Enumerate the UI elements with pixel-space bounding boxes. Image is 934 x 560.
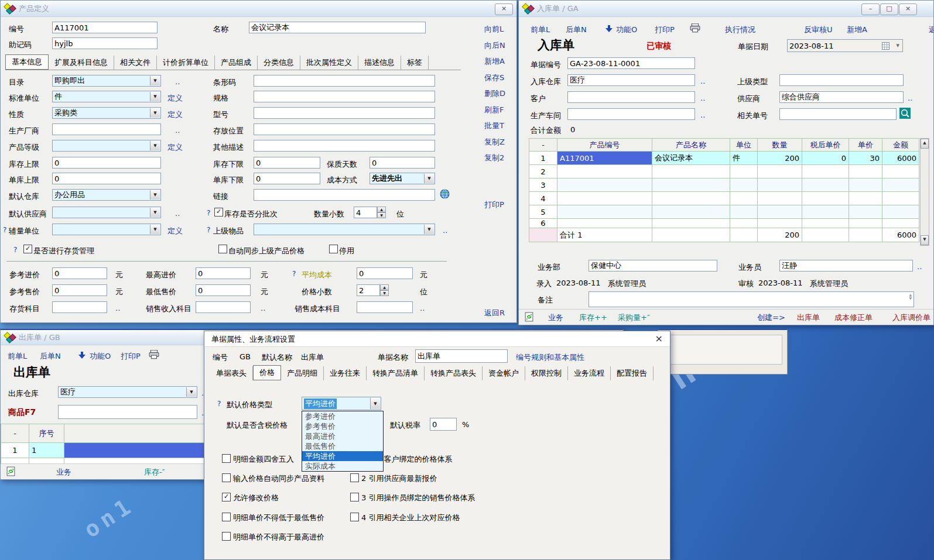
parent-item-combo[interactable]: ▼: [254, 224, 435, 235]
nature-define-link[interactable]: 定义: [167, 109, 183, 120]
cost-subject-more-link[interactable]: ..: [420, 304, 425, 312]
dropdown-item[interactable]: 参考进价: [302, 411, 383, 421]
delete-button[interactable]: 删除D: [484, 88, 505, 99]
inventory-mgmt-checkbox[interactable]: ✓: [23, 245, 32, 253]
scroll-up-icon[interactable]: ▲: [921, 139, 929, 149]
link-input[interactable]: [254, 189, 435, 201]
functions-button[interactable]: 功能O: [90, 351, 111, 362]
back-button[interactable]: 返回R: [484, 308, 505, 318]
wh-upper-input[interactable]: 0: [52, 173, 161, 184]
inv-help-icon[interactable]: ?: [13, 246, 17, 254]
chevron-down-icon[interactable]: ▼: [424, 174, 434, 183]
cost-method-combo[interactable]: 先进先出▼: [370, 173, 435, 184]
save-button[interactable]: 保存S: [484, 73, 504, 83]
min-sell-input[interactable]: 0: [196, 284, 251, 296]
table-scrollbar[interactable]: ▲ ▼: [920, 138, 929, 246]
cost-fix-link[interactable]: 成本修正单: [834, 312, 873, 323]
tab-composition[interactable]: 产品组成: [215, 56, 258, 70]
price-decimals-input[interactable]: 2: [357, 284, 380, 296]
prev-button[interactable]: 向前L: [484, 24, 504, 35]
aux-help-icon[interactable]: ?: [3, 226, 6, 234]
workshop-more-link[interactable]: ..: [700, 111, 705, 119]
supplier-input[interactable]: 综合供应商: [779, 91, 904, 103]
dropdown-item[interactable]: 实际成本: [302, 461, 383, 471]
income-subject-more-link[interactable]: ..: [261, 304, 265, 312]
tab-price[interactable]: 价格: [253, 365, 281, 380]
tab-permission[interactable]: 权限控制: [525, 366, 568, 380]
batch-button[interactable]: 批量T: [484, 121, 504, 131]
tab-unit-conversion[interactable]: 计价折算单位: [157, 56, 215, 70]
dropdown-item[interactable]: 参考售价: [302, 421, 383, 431]
ref-supplier-quote-checkbox[interactable]: [350, 473, 359, 482]
doc-refresh-icon[interactable]: [525, 312, 533, 324]
purchase-link[interactable]: 采购量+″: [618, 312, 650, 323]
tab-report-config[interactable]: 配置报告: [611, 366, 654, 380]
mnemonic-input[interactable]: hyjlb: [52, 37, 158, 49]
back-button[interactable]: 返回R: [929, 25, 934, 35]
price-adjust-link[interactable]: 入库调价单: [892, 312, 930, 323]
minimize-button[interactable]: –: [861, 4, 880, 15]
batch-help-icon[interactable]: ?: [207, 209, 210, 217]
sync-product-price-checkbox[interactable]: [222, 473, 231, 482]
min-price-limit-checkbox[interactable]: [222, 513, 231, 521]
copy-button[interactable]: 复制Z: [484, 137, 505, 147]
price-decimals-stepper[interactable]: ▲▼: [380, 284, 389, 296]
doc-refresh-icon[interactable]: [6, 466, 15, 478]
grade-define-link[interactable]: 定义: [167, 142, 183, 153]
numbering-rule-link[interactable]: 编号规则和基本属性: [516, 352, 584, 363]
max-price-limit-checkbox[interactable]: [222, 532, 231, 541]
avg-cost-input[interactable]: 0: [357, 267, 413, 279]
aux-unit-combo[interactable]: ▼: [52, 224, 161, 235]
chevron-down-icon[interactable]: ▼: [150, 225, 160, 234]
prev-doc-button[interactable]: 前单L: [531, 25, 550, 35]
income-subject-input[interactable]: [196, 301, 251, 313]
warehouse-combo[interactable]: 医疗▼: [58, 386, 197, 398]
tax-rate-input[interactable]: 0: [430, 418, 457, 431]
sync-price-checkbox[interactable]: [218, 245, 227, 253]
add-button[interactable]: 新增A: [847, 25, 867, 35]
chevron-down-icon[interactable]: ▼: [150, 108, 160, 118]
title-bar[interactable]: 产品定义: [1, 1, 516, 17]
biz-link[interactable]: 业务: [548, 312, 563, 323]
exec-status-button[interactable]: 执行情况: [725, 25, 755, 35]
qty-decimals-stepper[interactable]: ▲▼: [377, 207, 386, 218]
customer-input[interactable]: [567, 91, 695, 103]
next-button[interactable]: 向后N: [484, 40, 505, 51]
tab-classification[interactable]: 分类信息: [258, 56, 300, 70]
supplier-more-link[interactable]: ..: [175, 209, 180, 218]
wh-lower-input[interactable]: 0: [254, 173, 320, 184]
ref-buy-input[interactable]: 0: [52, 267, 107, 279]
memo-input[interactable]: ▲▼: [589, 291, 914, 307]
doc-no-input[interactable]: GA-23-08-11-0001: [567, 57, 695, 69]
tab-business-contacts[interactable]: 业务往来: [324, 366, 367, 380]
price-type-help-icon[interactable]: ?: [217, 400, 221, 408]
down-arrow-icon[interactable]: ▼: [377, 212, 386, 218]
barcode-input[interactable]: [254, 75, 435, 87]
parent-type-input[interactable]: [779, 74, 904, 86]
ref-related-company-checkbox[interactable]: [350, 513, 359, 521]
unit-define-link[interactable]: 定义: [167, 93, 183, 104]
chevron-down-icon[interactable]: ▼: [424, 225, 434, 234]
shelf-days-input[interactable]: 0: [370, 157, 435, 169]
chevron-down-icon[interactable]: ▼: [150, 208, 160, 217]
func-down-arrow-icon[interactable]: [78, 351, 85, 359]
clerk-more-link[interactable]: ..: [917, 262, 922, 271]
tab-doc-header[interactable]: 单据表头: [210, 366, 253, 380]
default-supplier-combo[interactable]: ▼: [52, 207, 161, 218]
manufacturer-input[interactable]: [52, 123, 161, 135]
create-outbound-link[interactable]: 出库单: [797, 312, 820, 323]
stock-subject-input[interactable]: [52, 301, 107, 313]
tab-extended-info[interactable]: 扩展及科目信息: [49, 56, 114, 70]
chevron-down-icon[interactable]: ▼: [150, 190, 160, 200]
ref-sell-input[interactable]: 0: [52, 284, 107, 296]
print-button[interactable]: 打印P: [655, 25, 675, 35]
model-input[interactable]: [254, 107, 435, 119]
doc-date-picker[interactable]: 2023-08-11 ▼: [787, 39, 903, 52]
catalog-combo[interactable]: 即购即出▼: [52, 75, 161, 87]
unaudit-button[interactable]: 反审核U: [804, 25, 833, 35]
chevron-down-icon[interactable]: ▼: [150, 141, 160, 150]
warehouse-input[interactable]: 医疗: [567, 74, 695, 86]
tab-workflow[interactable]: 业务流程: [568, 366, 611, 380]
close-button[interactable]: ×: [495, 4, 513, 15]
qty-decimals-input[interactable]: 4: [354, 207, 377, 218]
